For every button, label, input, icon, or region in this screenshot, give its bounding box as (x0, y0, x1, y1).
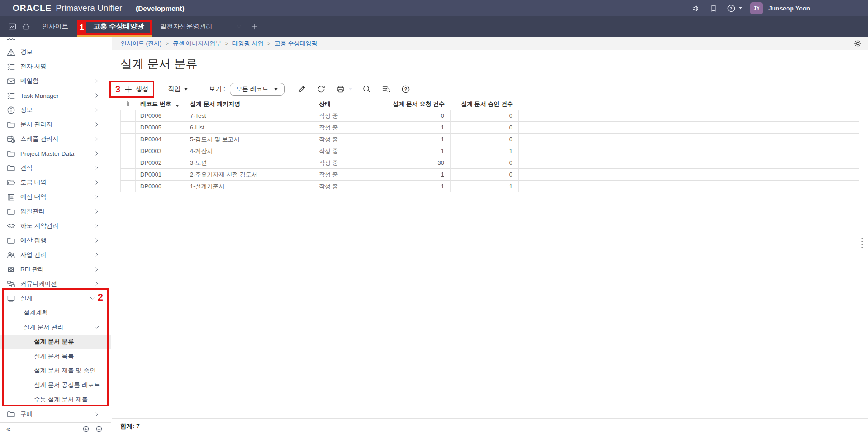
chevron-right-icon[interactable] (94, 252, 100, 258)
chevron-right-icon[interactable] (94, 150, 100, 157)
cell-attachment (120, 122, 136, 134)
sidebar-item-Project Master Data[interactable]: Project Master Data (0, 146, 111, 161)
chevron-right-icon[interactable] (94, 266, 100, 272)
tab-인사이트[interactable]: 인사이트 (33, 16, 78, 37)
chevron-down-icon[interactable] (89, 295, 95, 301)
sidebar-item-label: 경보 (20, 48, 33, 56)
sidebar-item-예산 내역[interactable]: 예산 내역 (0, 190, 111, 204)
breadcrumb-items: 인사이트 (전사)>큐셀 에너지사업부>태양광 사업>고흥 수상태양광 (121, 39, 317, 48)
info-circle-icon (7, 106, 15, 115)
chevron-right-icon[interactable] (94, 165, 100, 171)
table-row-DP0006[interactable]: DP00067-Test작성 중00 (120, 110, 859, 122)
add-tab-button[interactable] (251, 16, 258, 37)
sidebar-item-label: 도급 내역 (20, 178, 47, 186)
sidebar-item-하도 계약관리[interactable]: 하도 계약관리 (0, 219, 111, 233)
breadcrumb-link[interactable]: 태양광 사업 (232, 39, 264, 48)
column-header-설계 문서 패키지명[interactable]: 설계 문서 패키지명 (185, 98, 314, 110)
sidebar-item-스케줄 관리자[interactable]: 스케줄 관리자 (0, 132, 111, 146)
sidebar-item-도급 내역[interactable]: 도급 내역 (0, 175, 111, 190)
sidebar-item-사업 관리[interactable]: 사업 관리 (0, 248, 111, 262)
breadcrumb-link[interactable]: 인사이트 (전사) (121, 39, 161, 48)
view-select[interactable]: 모든 레코드 (230, 83, 285, 96)
avatar[interactable]: JY (750, 2, 763, 14)
sidebar-item-RFI 관리[interactable]: RFI 관리 (0, 262, 111, 277)
folder-icon (7, 410, 15, 419)
chevron-right-icon[interactable] (94, 121, 100, 128)
oracle-wordmark: ORACLE (13, 3, 52, 13)
chevron-down-icon (348, 87, 353, 91)
expand-all-icon[interactable] (82, 425, 90, 433)
sidebar-item-커뮤니케이션[interactable]: 커뮤니케이션 (0, 277, 111, 291)
breadcrumb-link[interactable]: 고흥 수상태양광 (275, 39, 318, 48)
sidebar-item-수동 설계 문서 제출[interactable]: 수동 설계 문서 제출 (0, 392, 111, 407)
sidebar-item-설계 문서 제출 및 승인[interactable]: 설계 문서 제출 및 승인 (0, 363, 111, 378)
table-row-DP0001[interactable]: DP00012-주요기자재 선정 검토서작성 중10 (120, 169, 859, 181)
find-in-list-icon[interactable] (381, 84, 392, 95)
sidebar-item-설계[interactable]: 설계 (0, 291, 111, 306)
table-row-DP0000[interactable]: DP00001-설계기준서작성 중11 (120, 181, 859, 192)
checklist-icon (7, 91, 15, 100)
sidebar-item-설계계획[interactable]: 설계계획 (0, 306, 111, 320)
user-name[interactable]: Junseop Yoon (768, 5, 810, 12)
home-icon[interactable] (19, 16, 33, 37)
chevron-right-icon[interactable] (94, 237, 100, 244)
breadcrumb-link[interactable]: 큐셀 에너지사업부 (173, 39, 222, 48)
folder-icon (7, 164, 15, 172)
sidebar-item-문서 관리자[interactable]: 문서 관리자 (0, 117, 111, 132)
sidebar-item-전자 서명[interactable]: 전자 서명 (0, 59, 111, 74)
create-button[interactable]: 생성 (124, 85, 148, 94)
sidebar-item-설계 문서 관리[interactable]: 설계 문서 관리 (0, 320, 111, 335)
insights-chart-icon[interactable] (5, 16, 19, 37)
help-icon[interactable]: ? (726, 3, 736, 13)
refresh-icon[interactable] (316, 84, 327, 95)
table-row-DP0005[interactable]: DP00056-List작성 중10 (120, 122, 859, 134)
search-icon[interactable] (361, 84, 372, 95)
tab-overflow-chevron-icon[interactable] (236, 16, 242, 37)
edit-icon[interactable] (296, 84, 307, 95)
table-row-DP0003[interactable]: DP00034-계산서작성 중11 (120, 145, 859, 157)
chevron-right-icon[interactable] (94, 281, 100, 287)
chevron-right-icon[interactable] (94, 208, 100, 215)
column-header-설계 문서 요청 건수[interactable]: 설계 문서 요청 건수 (383, 98, 451, 110)
actions-menu-button[interactable]: 작업 (168, 85, 188, 93)
sidebar-item-설계 문서 목록[interactable]: 설계 문서 목록 (0, 349, 111, 363)
help-icon[interactable]: ? (400, 84, 411, 95)
collapse-all-icon[interactable] (95, 425, 103, 433)
panel-drag-handle-icon[interactable] (860, 237, 865, 250)
chevron-right-icon[interactable] (94, 223, 100, 229)
sidebar-item-메일함[interactable]: 메일함 (0, 74, 111, 88)
sidebar-item-정보[interactable]: 정보 (0, 103, 111, 117)
column-header-상태[interactable]: 상태 (314, 98, 383, 110)
collapse-sidebar-button[interactable]: « (6, 425, 10, 433)
chevron-right-icon[interactable] (94, 411, 100, 417)
chevron-right-icon[interactable] (94, 194, 100, 200)
help-menu[interactable]: ? (726, 3, 743, 13)
sidebar-item-경보[interactable]: 경보 (0, 45, 111, 59)
sidebar-item-설계 문서 분류[interactable]: 설계 문서 분류 (0, 335, 111, 349)
sidebar-item-label: 설계 문서 제출 및 승인 (34, 367, 96, 375)
print-menu-button[interactable] (335, 84, 353, 95)
gear-icon[interactable] (854, 39, 862, 48)
column-header-attachment[interactable] (120, 98, 136, 110)
chevron-right-icon[interactable] (94, 78, 100, 84)
sidebar-item-입찰관리[interactable]: 입찰관리 (0, 204, 111, 219)
chevron-right-icon[interactable] (94, 107, 100, 113)
chevron-right-icon[interactable] (94, 136, 100, 142)
sidebar-item-견적[interactable]: 견적 (0, 161, 111, 175)
tab-고흥 수상태양광[interactable]: 1고흥 수상태양광 (78, 16, 151, 37)
monitor-icon (7, 294, 15, 303)
chevron-down-icon[interactable] (94, 324, 100, 330)
sidebar-item-구매[interactable]: 구매 (0, 407, 111, 421)
column-header-설계 문서 승인 건수[interactable]: 설계 문서 승인 건수 (451, 98, 519, 110)
chevron-right-icon[interactable] (94, 179, 100, 186)
column-header-레코드 번호[interactable]: 레코드 번호 (136, 98, 185, 110)
bookmarks-icon[interactable] (708, 3, 718, 13)
sidebar-item-설계 문서 공정률 레포트[interactable]: 설계 문서 공정률 레포트 (0, 378, 111, 392)
table-row-DP0002[interactable]: DP00023-도면작성 중300 (120, 157, 859, 169)
chevron-right-icon[interactable] (94, 92, 100, 99)
tab-발전자산운영관리[interactable]: 발전자산운영관리 (151, 16, 222, 37)
announcements-icon[interactable] (691, 3, 701, 13)
sidebar-item-Task Manager[interactable]: Task Manager (0, 88, 111, 103)
sidebar-item-예산 집행[interactable]: 예산 집행 (0, 233, 111, 248)
table-row-DP0004[interactable]: DP00045-검토서 및 보고서작성 중10 (120, 134, 859, 145)
